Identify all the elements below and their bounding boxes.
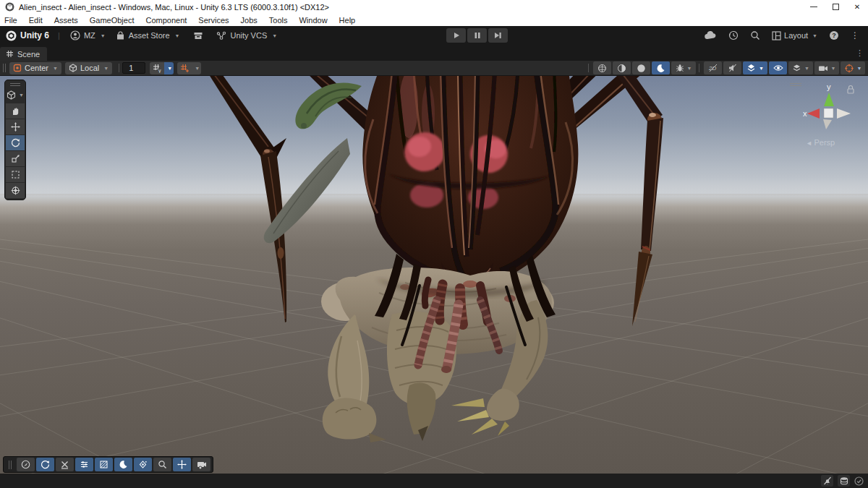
menu-gameobject[interactable]: GameObject [84, 16, 140, 25]
skybox-toggle-button[interactable] [36, 458, 54, 471]
account-dropdown[interactable]: MZ▼ [70, 30, 106, 40]
cloud-icon[interactable] [705, 31, 717, 40]
fog-toggle-button[interactable] [56, 458, 74, 471]
chevron-down-icon: ▼ [812, 33, 817, 38]
scene-lighting-button[interactable] [652, 61, 670, 74]
lighting-toggle-overlay-button[interactable] [114, 458, 132, 471]
maximize-icon [833, 4, 839, 10]
gizmo-axes[interactable]: y x [787, 79, 862, 137]
camera-preview-button[interactable] [192, 458, 210, 471]
post-processing-toggle-button[interactable] [95, 458, 113, 471]
menu-component[interactable]: Component [140, 16, 192, 25]
pivot-label: Center [25, 64, 48, 72]
search-icon[interactable] [750, 30, 760, 40]
camera-settings-dropdown[interactable]: ▼ [814, 61, 839, 74]
notifications-muted-button[interactable] [821, 475, 833, 487]
rotate-tool-button[interactable] [6, 135, 25, 150]
tab-options-icon[interactable]: ⋮ [856, 48, 864, 58]
overlay-drag-handle[interactable] [9, 461, 12, 469]
scale-icon [11, 154, 20, 163]
orientation-gizmo[interactable]: y x ◄ Persp [787, 79, 862, 148]
tool-settings-dropdown[interactable]: ▼ [6, 88, 25, 101]
move-tool-button[interactable] [6, 119, 25, 134]
close-button[interactable]: ✕ [846, 0, 868, 14]
vcs-icon [216, 31, 227, 40]
zoom-button[interactable] [153, 458, 171, 471]
menu-help[interactable]: Help [333, 16, 362, 25]
transform-tool-button[interactable] [6, 183, 25, 198]
tool-handle-rotation-dropdown[interactable]: Local▼ [65, 62, 112, 74]
particles-toggle-button[interactable] [134, 458, 152, 471]
menu-file[interactable]: File [0, 16, 23, 25]
camera-view-dropdown[interactable]: ▼ [788, 61, 813, 74]
menu-window[interactable]: Window [293, 16, 333, 25]
snap-increment-split-button[interactable]: ▼ [177, 62, 201, 74]
debug-draw-mode-dropdown[interactable]: ▼ [671, 61, 696, 74]
audio-mute-button[interactable] [723, 61, 741, 74]
gizmos-dropdown[interactable]: ▼ [841, 61, 865, 74]
grid-size-input[interactable] [122, 62, 145, 74]
left-arrow-icon: ◄ [806, 140, 814, 147]
unity-app-icon [5, 2, 14, 12]
rotate-orbit-icon [41, 460, 50, 469]
toolbar-drag-handle[interactable] [3, 64, 6, 72]
help-icon[interactable]: ? [829, 30, 839, 40]
lighting-toggle-button[interactable] [632, 61, 650, 74]
play-icon [453, 32, 460, 39]
local-cube-icon [69, 64, 77, 72]
menu-tools[interactable]: Tools [263, 16, 294, 25]
chevron-down-icon: ▼ [101, 33, 106, 38]
step-button[interactable] [488, 28, 508, 43]
overlay-drag-handle[interactable] [10, 83, 20, 86]
scene-viewport[interactable]: ▼ y x [0, 76, 868, 474]
audio-mute-icon [728, 64, 737, 72]
flares-toggle-button[interactable] [75, 458, 93, 471]
pivot-center-icon [13, 64, 22, 72]
2d-toggle-button[interactable]: 2D [704, 61, 722, 74]
projection-label[interactable]: ◄ Persp [806, 138, 835, 147]
shaded-wireframe-button[interactable] [613, 61, 631, 74]
menu-jobs[interactable]: Jobs [235, 16, 263, 25]
scene-tab-label: Scene [17, 50, 40, 59]
moon-icon [119, 460, 128, 469]
scale-tool-button[interactable] [6, 151, 25, 166]
navigation-button[interactable] [173, 458, 191, 471]
tab-scene[interactable]: Scene [0, 47, 47, 61]
grid-snap-split-button[interactable]: y ▼ [150, 62, 174, 74]
separator [588, 64, 589, 72]
compass-icon [21, 460, 30, 469]
chevron-down-icon: ▼ [103, 66, 109, 71]
toolbar-separator: | [58, 31, 60, 40]
close-icon: ✕ [854, 3, 860, 11]
play-button[interactable] [446, 28, 466, 43]
view-options-overlay [3, 456, 213, 473]
rect-tool-button[interactable] [6, 167, 25, 182]
minimize-button[interactable] [803, 0, 825, 14]
tool-handle-position-dropdown[interactable]: Center▼ [9, 62, 61, 74]
scene-visibility-button[interactable] [769, 61, 787, 74]
check-circle-icon[interactable] [854, 476, 864, 486]
effects-dropdown[interactable]: ▼ [743, 61, 767, 74]
kebab-menu-icon[interactable]: ⋮ [851, 30, 859, 40]
view-tool-button[interactable] [6, 103, 25, 119]
package-manager-button[interactable] [193, 31, 203, 40]
draw-mode-button[interactable] [17, 458, 35, 471]
shading-mode-button[interactable] [593, 61, 611, 74]
cache-server-button[interactable] [838, 475, 850, 487]
unity-logo-icon [6, 30, 17, 41]
history-icon[interactable] [728, 30, 739, 40]
vcs-dropdown[interactable]: Unity VCS▼ [216, 31, 278, 40]
layout-dropdown[interactable]: Layout▼ [772, 31, 817, 40]
alien-insect-model[interactable] [0, 76, 868, 474]
pause-button[interactable] [467, 28, 487, 43]
magnifier-icon [158, 460, 167, 469]
asset-store-dropdown[interactable]: Asset Store▼ [116, 31, 180, 40]
menu-assets[interactable]: Assets [48, 16, 84, 25]
menu-services[interactable]: Services [192, 16, 234, 25]
menu-edit[interactable]: Edit [23, 16, 48, 25]
cube-icon [7, 90, 16, 100]
menu-bar: File Edit Assets GameObject Component Se… [0, 14, 868, 26]
maximize-button[interactable] [825, 0, 846, 14]
stack-icon [840, 476, 848, 485]
crescent-icon [656, 64, 665, 73]
